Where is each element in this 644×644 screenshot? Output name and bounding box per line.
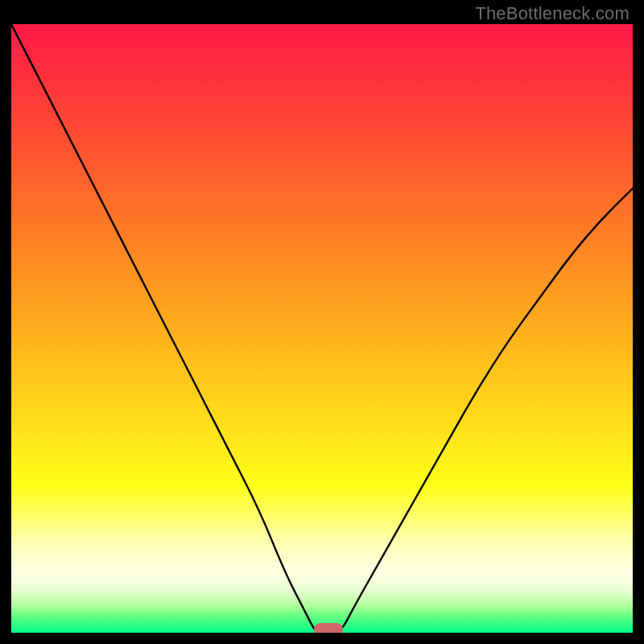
- optimal-point-marker: [314, 623, 343, 633]
- plot-area: [11, 24, 633, 633]
- bottleneck-curve: [11, 24, 633, 633]
- watermark-text: TheBottleneck.com: [475, 3, 630, 24]
- curve-path: [11, 24, 633, 633]
- chart-frame: TheBottleneck.com: [0, 0, 644, 644]
